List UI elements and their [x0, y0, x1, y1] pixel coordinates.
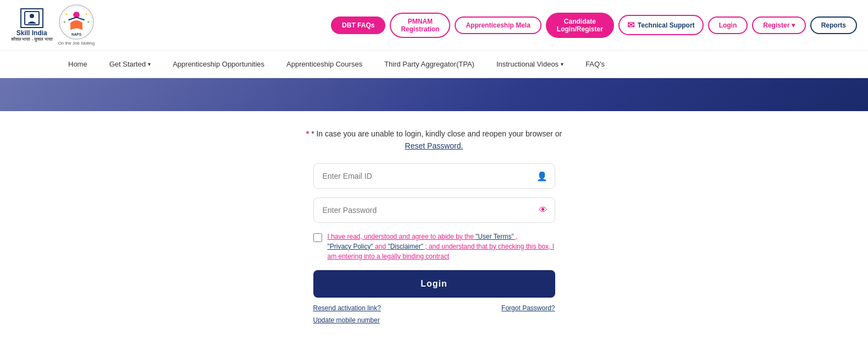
disclaimer-link[interactable]: "Disclaimer": [388, 243, 423, 250]
update-mobile-area: Update mobile number: [313, 316, 555, 324]
top-buttons: DBT FAQs PMNAM Registration Apprenticesh…: [331, 13, 857, 38]
password-input-group: 👁: [313, 198, 555, 223]
terms-text: I have read, understood and agree to abi…: [328, 232, 555, 261]
user-icon: 👤: [537, 171, 548, 181]
resend-activation-link[interactable]: Resend activation link?: [313, 304, 381, 312]
naps-subtitle: On the Job Skilling: [58, 41, 95, 46]
dbt-faqs-button[interactable]: DBT FAQs: [331, 17, 385, 34]
skill-india-icon: [20, 8, 43, 28]
email-input[interactable]: [313, 163, 555, 189]
top-bar: Skill India कौशल भारत - कुशल भारत: [0, 0, 868, 51]
hero-banner: [0, 78, 868, 111]
svg-point-1: [30, 14, 34, 18]
user-terms-link[interactable]: "User Terms": [476, 233, 514, 240]
update-mobile-link[interactable]: Update mobile number: [313, 316, 380, 324]
reset-password-link[interactable]: Reset Password.: [405, 141, 463, 150]
candidate-login-button[interactable]: Candidate Login/Register: [546, 13, 614, 38]
get-started-arrow: ▾: [148, 61, 151, 67]
nav-faqs[interactable]: FAQ's: [583, 60, 607, 68]
register-button[interactable]: Register ▾: [752, 17, 805, 34]
svg-text:NAPS: NAPS: [71, 32, 82, 36]
nav-instructional-videos[interactable]: Instructional Videos ▾: [494, 60, 566, 68]
svg-point-4: [65, 13, 67, 15]
login-form: 👤 👁 I have read, understood and agree to…: [313, 163, 555, 324]
svg-point-7: [87, 21, 89, 23]
nav-apprenticeship-courses[interactable]: Apprenticeship Courses: [284, 60, 364, 68]
notice-text: * * In case you are unable to login, kin…: [297, 128, 572, 152]
email-input-group: 👤: [313, 163, 555, 189]
instructional-videos-arrow: ▾: [561, 61, 563, 67]
logo-area: Skill India कौशल भारत - कुशल भारत: [11, 4, 95, 46]
reports-button[interactable]: Reports: [810, 17, 857, 34]
password-input[interactable]: [313, 198, 555, 223]
nav-home[interactable]: Home: [66, 60, 90, 68]
terms-checkbox[interactable]: [313, 233, 322, 242]
bottom-links: Resend activation link? Forgot Password?: [313, 304, 555, 312]
svg-point-5: [86, 13, 87, 15]
skill-india-subtitle: कौशल भारत - कुशल भारत: [11, 37, 53, 42]
naps-circle: NAPS: [59, 4, 94, 40]
nav-get-started[interactable]: Get Started ▾: [107, 60, 153, 68]
mail-icon: ✉: [627, 20, 634, 30]
login-button-top[interactable]: Login: [708, 17, 748, 34]
asterisk: *: [306, 129, 311, 138]
forgot-password-link[interactable]: Forgot Password?: [501, 304, 555, 312]
pmnam-registration-button[interactable]: PMNAM Registration: [390, 13, 450, 38]
main-nav: Home Get Started ▾ Apprenticeship Opport…: [0, 51, 868, 78]
login-submit-button[interactable]: Login: [313, 270, 555, 298]
naps-logo-area: NAPS On the Job Skilling: [58, 4, 95, 46]
skill-india-logo: Skill India कौशल भारत - कुशल भारत: [11, 8, 53, 42]
main-content: * * In case you are unable to login, kin…: [0, 111, 868, 335]
technical-support-button[interactable]: ✉ Technical Support: [618, 15, 704, 35]
nav-third-party-aggregator[interactable]: Third Party Aggregator(TPA): [382, 60, 477, 68]
terms-row: I have read, understood and agree to abi…: [313, 232, 555, 261]
nav-apprenticeship-opportunities[interactable]: Apprenticeship Opportunities: [170, 60, 267, 68]
eye-icon[interactable]: 👁: [539, 205, 548, 215]
apprenticeship-mela-button[interactable]: Apprenticeship Mela: [455, 17, 541, 34]
svg-point-6: [64, 21, 65, 23]
skill-india-title: Skill India: [16, 29, 47, 37]
privacy-policy-link[interactable]: "Privacy Policy": [328, 243, 373, 250]
